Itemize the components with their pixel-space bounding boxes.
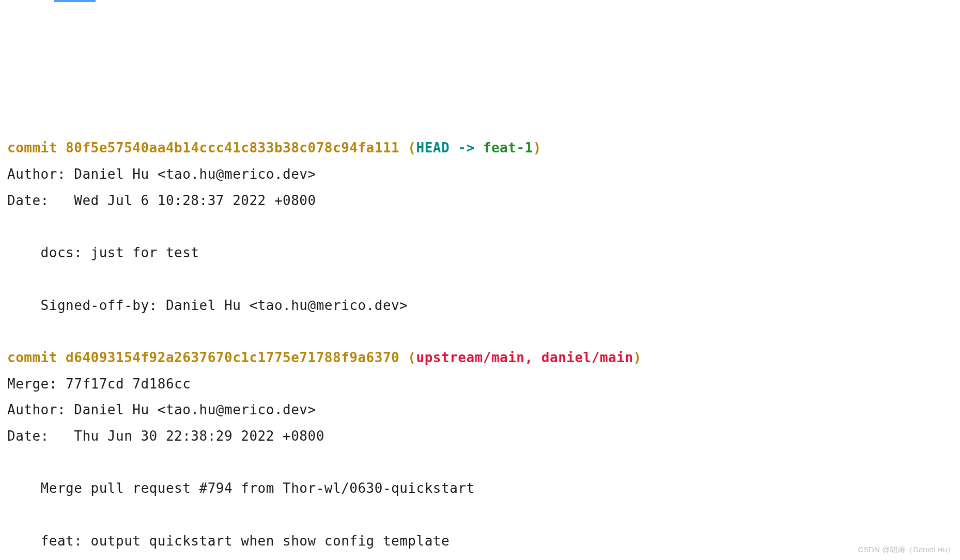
remote-ref: daniel/main [541,350,633,365]
head-ref: HEAD -> [416,140,483,155]
commit-body-line: docs: just for test [7,245,199,260]
commit-hash: d64093154f92a2637670c1c1775e71788f9a6370 [66,350,399,365]
commit-body-line [7,271,41,287]
commit-keyword: commit [7,140,57,155]
commit-body-line: Merge pull request #794 from Thor-wl/063… [7,480,475,496]
remote-ref: upstream/main [416,350,525,365]
author-line: Author: Daniel Hu <tao.hu@merico.dev> [7,402,316,417]
merge-line: Merge: 77f17cd 7d186cc [7,376,191,392]
ref-open-paren: ( [399,350,416,365]
branch-ref: feat-1 [483,140,533,155]
watermark: CSDN @胡涛（Daniel Hu） [858,542,955,557]
commit-body-line: feat: output quickstart when show config… [7,533,450,549]
date-line: Date: Thu Jun 30 22:38:29 2022 +0800 [7,428,324,444]
author-line: Author: Daniel Hu <tao.hu@merico.dev> [7,166,316,182]
commit-body-line: Signed-off-by: Daniel Hu <tao.hu@merico.… [7,298,408,313]
commit-body-line [7,507,41,522]
commit-hash: 80f5e57540aa4b14ccc41c833b38c078c94fa111 [66,140,399,155]
tab-indicator [54,0,96,2]
ref-open-paren: ( [399,140,416,155]
commit-keyword: commit [7,350,57,365]
ref-close-paren: ) [633,350,642,365]
ref-close-paren: ) [533,140,541,155]
git-log-output: commit 80f5e57540aa4b14ccc41c833b38c078c… [7,135,953,554]
ref-separator: , [525,350,541,365]
date-line: Date: Wed Jul 6 10:28:37 2022 +0800 [7,193,316,208]
